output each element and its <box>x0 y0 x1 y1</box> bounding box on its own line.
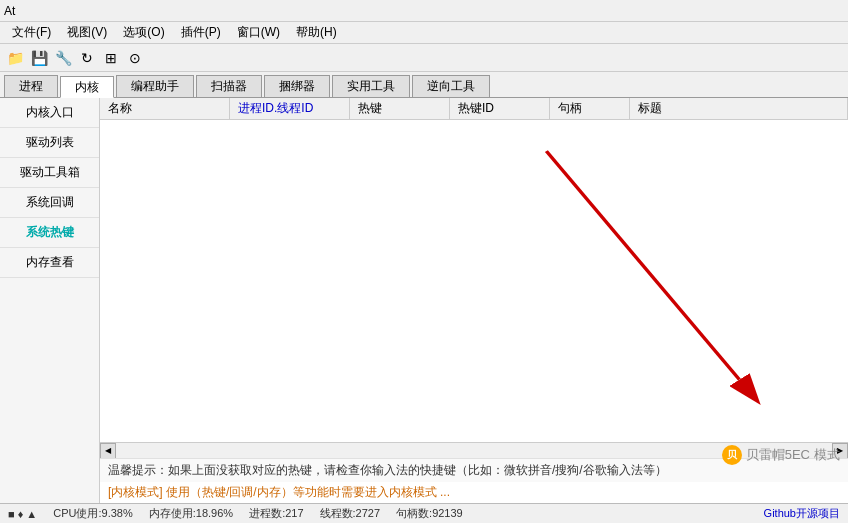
sidebar-item-sys-callback[interactable]: 系统回调 <box>0 188 99 218</box>
table-header: 名称 进程ID.线程ID 热键 热键ID 句柄 标题 <box>100 98 848 120</box>
watermark-logo: 贝 <box>722 445 742 465</box>
menu-bar: 文件(F) 视图(V) 选项(O) 插件(P) 窗口(W) 帮助(H) <box>0 22 848 44</box>
watermark-text: 贝雷帽5EC <box>746 446 810 464</box>
toolbar-refresh[interactable]: ↻ <box>76 47 98 69</box>
tab-bundler[interactable]: 捆绑器 <box>264 75 330 97</box>
tab-scanner[interactable]: 扫描器 <box>196 75 262 97</box>
tab-utils[interactable]: 实用工具 <box>332 75 410 97</box>
content-area: 内核入口 驱动列表 驱动工具箱 系统回调 系统热键 内存查看 名称 进程ID.线… <box>0 98 848 503</box>
toolbar-open[interactable]: 📁 <box>4 47 26 69</box>
tip-warning-text: [内核模式] 使用（热键/回调/内存）等功能时需要进入内核模式 ... <box>100 482 848 503</box>
svg-line-1 <box>546 151 739 380</box>
toolbar-grid[interactable]: ⊞ <box>100 47 122 69</box>
tab-reverse[interactable]: 逆向工具 <box>412 75 490 97</box>
main-panel: 名称 进程ID.线程ID 热键 热键ID 句柄 标题 <box>100 98 848 503</box>
table-body[interactable] <box>100 120 848 442</box>
main-tab-bar: 进程 内核 编程助手 扫描器 捆绑器 实用工具 逆向工具 <box>0 72 848 98</box>
status-handle: 句柄数:92139 <box>396 506 463 521</box>
toolbar-save[interactable]: 💾 <box>28 47 50 69</box>
sidebar-item-sys-hotkey[interactable]: 系统热键 <box>0 218 99 248</box>
status-thread: 线程数:2727 <box>320 506 381 521</box>
status-icons: ■ ♦ ▲ <box>8 508 37 520</box>
tab-process[interactable]: 进程 <box>4 75 58 97</box>
menu-plugin[interactable]: 插件(P) <box>173 22 229 43</box>
sidebar-item-driver-tools[interactable]: 驱动工具箱 <box>0 158 99 188</box>
menu-help[interactable]: 帮助(H) <box>288 22 345 43</box>
status-process: 进程数:217 <box>249 506 303 521</box>
menu-file[interactable]: 文件(F) <box>4 22 59 43</box>
sidebar-item-kernel-entry[interactable]: 内核入口 <box>0 98 99 128</box>
status-cpu: CPU使用:9.38% <box>53 506 132 521</box>
sidebar-item-driver-list[interactable]: 驱动列表 <box>0 128 99 158</box>
col-header-name: 名称 <box>100 98 230 119</box>
tab-coding-helper[interactable]: 编程助手 <box>116 75 194 97</box>
watermark-suffix: 模式 <box>814 446 840 464</box>
title-bar: At <box>0 0 848 22</box>
sidebar-item-mem-view[interactable]: 内存查看 <box>0 248 99 278</box>
tab-kernel[interactable]: 内核 <box>60 76 114 98</box>
title-text: At <box>4 4 15 18</box>
sidebar: 内核入口 驱动列表 驱动工具箱 系统回调 系统热键 内存查看 <box>0 98 100 503</box>
watermark-logo-text: 贝 <box>727 448 737 462</box>
col-header-hid: 热键ID <box>450 98 550 119</box>
col-header-title: 标题 <box>630 98 848 119</box>
menu-options[interactable]: 选项(O) <box>115 22 172 43</box>
col-header-hotkey: 热键 <box>350 98 450 119</box>
toolbar-settings[interactable]: 🔧 <box>52 47 74 69</box>
status-github-link[interactable]: Github开源项目 <box>764 506 840 521</box>
toolbar: 📁 💾 🔧 ↻ ⊞ ⊙ <box>0 44 848 72</box>
arrow-overlay <box>100 120 848 442</box>
menu-window[interactable]: 窗口(W) <box>229 22 288 43</box>
status-bar: ■ ♦ ▲ CPU使用:9.38% 内存使用:18.96% 进程数:217 线程… <box>0 503 848 523</box>
col-header-pid: 进程ID.线程ID <box>230 98 350 119</box>
watermark-area: 贝 贝雷帽5EC 模式 <box>722 445 840 465</box>
scroll-left-btn[interactable]: ◀ <box>100 443 116 459</box>
toolbar-target[interactable]: ⊙ <box>124 47 146 69</box>
col-header-handle: 句柄 <box>550 98 630 119</box>
menu-view[interactable]: 视图(V) <box>59 22 115 43</box>
status-mem: 内存使用:18.96% <box>149 506 233 521</box>
